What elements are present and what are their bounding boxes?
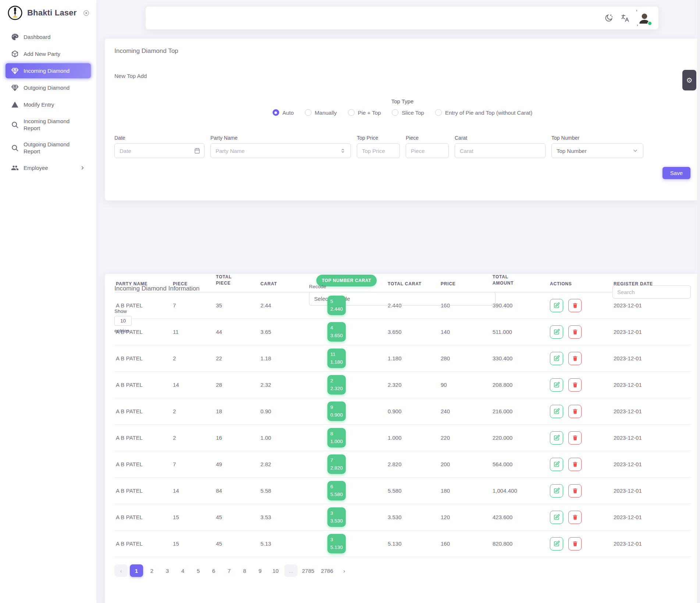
cell-piece: 15 bbox=[171, 504, 214, 531]
sidebar-item-outgoing-diamond-report[interactable]: Outgoing Diamond Report bbox=[6, 137, 91, 158]
sidebar-item-outgoing-diamond[interactable]: Outgoing Diamond bbox=[6, 80, 91, 95]
save-button[interactable]: Save bbox=[662, 167, 690, 179]
warning-icon bbox=[11, 101, 19, 108]
table-row: A B PATEL 11 44 3.65 4 3.650 3.650 140 5… bbox=[114, 319, 690, 345]
top-number-carat-badge: 2 2.320 bbox=[327, 375, 346, 395]
pagination-prev[interactable]: ‹ bbox=[114, 564, 128, 577]
carat-input[interactable] bbox=[455, 143, 546, 158]
sidebar-item-add-new-party[interactable]: Add New Party bbox=[6, 46, 91, 61]
cell-register-date: 2023-12-01 bbox=[612, 425, 690, 451]
cell-piece: 7 bbox=[171, 451, 214, 478]
search-input[interactable] bbox=[612, 285, 691, 299]
cell-top-number-carat: 11 1.180 bbox=[307, 345, 386, 372]
delete-button[interactable] bbox=[568, 537, 582, 550]
edit-button[interactable] bbox=[550, 484, 563, 497]
cell-top-number-carat: 8 1.000 bbox=[307, 425, 386, 451]
edit-button[interactable] bbox=[550, 537, 563, 550]
cell-register-date: 2023-12-01 bbox=[612, 504, 690, 531]
page-button[interactable]: 2 bbox=[145, 564, 159, 577]
incoming-diamond-table: PARTY NAME PIECE TOTAL PIECE CARAT TOP N… bbox=[114, 274, 690, 557]
radio-entry-pie-top-without-carat[interactable]: Entry of Pie and Top (without Carat) bbox=[435, 109, 532, 116]
radio-pie-top[interactable]: Pie + Top bbox=[348, 109, 381, 116]
cell-total-amount: 330.400 bbox=[491, 345, 548, 372]
scrollbar[interactable] bbox=[697, 0, 700, 603]
top-number-select[interactable]: Top Number bbox=[551, 143, 643, 158]
page-button[interactable]: 5 bbox=[192, 564, 205, 577]
cell-total-amount: 216.000 bbox=[491, 398, 548, 425]
piece-input[interactable] bbox=[406, 143, 449, 158]
party-name-select[interactable]: Party Name bbox=[210, 143, 351, 158]
edit-button[interactable] bbox=[550, 511, 563, 524]
delete-button[interactable] bbox=[568, 325, 582, 339]
radio-slice-top[interactable]: Slice Top bbox=[392, 109, 424, 116]
edit-button[interactable] bbox=[550, 299, 563, 312]
delete-button[interactable] bbox=[568, 378, 582, 392]
page-button[interactable]: 2786 bbox=[319, 564, 335, 577]
user-avatar[interactable] bbox=[637, 11, 652, 25]
cell-total-amount: 1,004.400 bbox=[491, 478, 548, 504]
edit-button[interactable] bbox=[550, 378, 563, 392]
page-button[interactable]: 7 bbox=[223, 564, 236, 577]
top-navbar bbox=[146, 7, 658, 29]
cell-carat: 3.53 bbox=[259, 504, 307, 531]
delete-button[interactable] bbox=[568, 352, 582, 365]
users-icon bbox=[11, 164, 19, 172]
customizer-toggle-button[interactable]: ⚙ bbox=[682, 70, 696, 90]
date-input[interactable] bbox=[114, 143, 205, 158]
pagination-next[interactable]: › bbox=[338, 564, 351, 577]
edit-button[interactable] bbox=[550, 405, 563, 418]
delete-button[interactable] bbox=[568, 405, 582, 418]
sidebar-item-dashboard[interactable]: Dashboard bbox=[6, 29, 91, 44]
cell-total-carat: 1.000 bbox=[386, 425, 439, 451]
edit-button[interactable] bbox=[550, 352, 563, 365]
translate-icon[interactable] bbox=[621, 14, 630, 23]
cell-price: 160 bbox=[439, 531, 491, 557]
page-size-input[interactable] bbox=[114, 316, 132, 326]
cell-total-carat: 1.180 bbox=[386, 345, 439, 372]
page-button[interactable]: 1 bbox=[130, 564, 143, 577]
page-button[interactable]: 9 bbox=[253, 564, 267, 577]
cell-party-name: A B PATEL bbox=[114, 398, 171, 425]
sidebar-item-employee[interactable]: Employee bbox=[6, 160, 91, 175]
top-price-input[interactable] bbox=[357, 143, 400, 158]
cell-price: 180 bbox=[439, 478, 491, 504]
cell-total-carat: 5.130 bbox=[386, 531, 439, 557]
delete-button[interactable] bbox=[568, 511, 582, 524]
sidebar-item-incoming-diamond[interactable]: Incoming Diamond bbox=[6, 63, 91, 78]
edit-button[interactable] bbox=[550, 458, 563, 471]
radio-manually[interactable]: Manually bbox=[305, 109, 337, 116]
top-type-label: Top Type bbox=[114, 98, 690, 104]
edit-button[interactable] bbox=[550, 431, 563, 445]
radio-auto[interactable]: Auto bbox=[273, 109, 294, 116]
badge-top-carat: 5.580 bbox=[330, 491, 343, 498]
delete-button[interactable] bbox=[568, 484, 582, 497]
page-button[interactable]: 6 bbox=[207, 564, 220, 577]
cell-total-amount: 423.600 bbox=[491, 504, 548, 531]
badge-top-number: 6 bbox=[330, 483, 343, 490]
delete-button[interactable] bbox=[568, 458, 582, 471]
delete-button[interactable] bbox=[568, 299, 582, 312]
cell-party-name: A B PATEL bbox=[114, 425, 171, 451]
dark-mode-moon-icon[interactable] bbox=[604, 14, 613, 23]
page-button[interactable]: 10 bbox=[269, 564, 282, 577]
cell-total-piece: 45 bbox=[214, 504, 259, 531]
edit-button[interactable] bbox=[550, 325, 563, 339]
pagination-ellipsis[interactable]: ... bbox=[284, 564, 298, 577]
cell-party-name: A B PATEL bbox=[114, 451, 171, 478]
show-label: Show bbox=[114, 308, 127, 314]
top-type-radio-group: Auto Manually Pie + Top Slice Top Entry … bbox=[114, 109, 690, 116]
sidebar-item-modify-entry[interactable]: Modify Entry bbox=[6, 97, 91, 112]
cell-price: 280 bbox=[439, 345, 491, 372]
diamond-icon bbox=[11, 67, 19, 75]
page-button[interactable]: 2785 bbox=[300, 564, 316, 577]
sidebar: Bhakti Laser Dashboard Add New Party Inc… bbox=[0, 0, 96, 603]
sidebar-item-incoming-diamond-report[interactable]: Incoming Diamond Report bbox=[6, 114, 91, 135]
page-button[interactable]: 4 bbox=[176, 564, 189, 577]
page-button[interactable]: 8 bbox=[238, 564, 251, 577]
page-button[interactable]: 3 bbox=[161, 564, 174, 577]
delete-button[interactable] bbox=[568, 431, 582, 445]
badge-top-number: 9 bbox=[330, 404, 343, 411]
badge-top-carat: 2.320 bbox=[330, 385, 343, 392]
badge-top-carat: 5.130 bbox=[330, 544, 343, 551]
sidebar-pin-icon[interactable] bbox=[83, 10, 90, 17]
